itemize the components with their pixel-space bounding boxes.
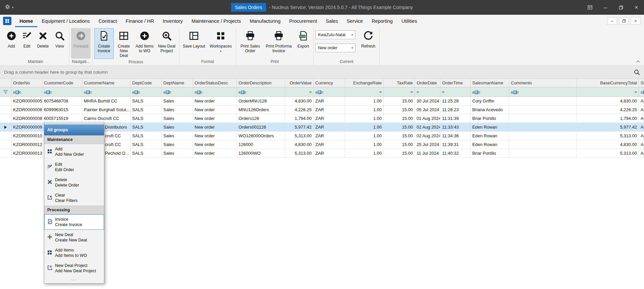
cell-Currency[interactable]: ZAR: [314, 132, 345, 140]
menu-item-add-items[interactable]: Add ItemsAdd Items to WO: [44, 245, 104, 261]
collapse-ribbon-icon[interactable]: [636, 58, 640, 64]
cell-Comments[interactable]: [509, 140, 577, 149]
filter-cell-SalesmanName[interactable]: aBc: [471, 87, 509, 96]
layout-grid-icon[interactable]: [582, 0, 598, 15]
refresh-button[interactable]: Refresh: [359, 28, 378, 59]
cell-BaseCurrencyTotal[interactable]: 5,313.00: [577, 132, 639, 140]
column-header-ExchangeRate[interactable]: ExchangeRate: [345, 79, 384, 87]
cell-OrderNo[interactable]: KZOR0000006: [11, 105, 42, 114]
cell-BaseCurrencyTotal[interactable]: 4,830.00: [577, 140, 639, 149]
cell-DeptCode[interactable]: SALS: [130, 123, 162, 131]
cell-OrderDate[interactable]: 02 Aug 2024: [415, 132, 440, 140]
tab-service[interactable]: Service: [342, 15, 367, 27]
cell-Currency[interactable]: ZAR: [314, 149, 345, 157]
cell-CustomerName[interactable]: Cairns Oscroft CC: [82, 114, 130, 123]
create-invoice-button[interactable]: Create Invoice: [94, 28, 114, 59]
cell-OrderDate[interactable]: 30 Jul 2024: [415, 97, 440, 105]
cell-OrderNo[interactable]: KZOR0000013: [11, 149, 42, 157]
delete-button[interactable]: Delete: [35, 28, 51, 59]
column-header-Currency[interactable]: Currency: [314, 79, 345, 87]
cell-OrderNo[interactable]: KZOR0000010: [11, 132, 42, 140]
cell-OrderDate[interactable]: 11 Jul 2024: [415, 149, 440, 157]
filter-cell-Comments[interactable]: aBc: [509, 87, 577, 96]
tab-equipment-locations[interactable]: Equipment / Locations: [37, 15, 94, 27]
cell-OrderDate[interactable]: 01 Aug 2024: [415, 114, 440, 123]
cell-OrderNo[interactable]: KZOR0000008: [11, 114, 42, 123]
column-header-BaseCurrencyTotal[interactable]: BaseCurrencyTotal: [577, 79, 639, 87]
tab-utilities[interactable]: Utilities: [397, 15, 422, 27]
cell-CustomerCode[interactable]: 6099963015: [42, 105, 82, 114]
cell-DeptName[interactable]: Sales: [162, 97, 193, 105]
cell-OrderTime[interactable]: 11:25:26: [440, 97, 471, 105]
cell-OrderValue[interactable]: 5,313.00: [285, 149, 314, 157]
menu-item-add[interactable]: AddAdd New Order: [44, 144, 104, 159]
cell-SalesmanName[interactable]: Eden Rowan: [471, 132, 509, 140]
cell-DeptCode[interactable]: SALS: [130, 97, 162, 105]
cell-CustomerCode[interactable]: 6005715519: [42, 114, 82, 123]
gear-icon[interactable]: [5, 4, 10, 11]
region-dropdown[interactable]: KwaZulu-Natal ▾: [315, 30, 356, 39]
cell-TaxRate[interactable]: 15.00: [384, 149, 415, 157]
cell-TaxRate[interactable]: 15.00: [384, 105, 415, 114]
cell-OrderDescription[interactable]: OrderMNU126: [237, 97, 285, 105]
tab-finance-hr[interactable]: Finance / HR: [121, 15, 159, 27]
filter-cell-OrderNo[interactable]: aBc: [11, 87, 42, 96]
cell-ExchangeRate[interactable]: 1.00: [345, 149, 384, 157]
cell-OrderStatusDesc[interactable]: New order: [193, 114, 237, 123]
filter-cell-DeptCode[interactable]: aBc: [130, 87, 162, 96]
app-icon[interactable]: [3, 17, 11, 25]
cell-Currency[interactable]: ZAR: [314, 105, 345, 114]
cell-BaseCurrencyTotal[interactable]: 4,830.00: [577, 97, 639, 105]
filter-funnel-icon[interactable]: [0, 87, 11, 96]
column-header-OrderTime[interactable]: OrderTime: [440, 79, 471, 87]
cell-OrderDate[interactable]: 25 Jul 2024: [415, 140, 440, 149]
cell-Comments[interactable]: [509, 97, 577, 105]
column-header-TaxRate[interactable]: TaxRate: [384, 79, 415, 87]
menu-item-new-deal[interactable]: New DealCreate New Deal: [44, 230, 104, 245]
cell-TaxRate[interactable]: 15.00: [384, 123, 415, 131]
cell-DeptName[interactable]: Sales: [162, 105, 193, 114]
cell-ExchangeRate[interactable]: 1.00: [345, 105, 384, 114]
cell-Sta[interactable]: A: [639, 105, 644, 114]
cell-OrderTime[interactable]: 11:34:36: [440, 132, 471, 140]
cell-Comments[interactable]: [509, 132, 577, 140]
filter-cell-OrderTime[interactable]: =: [440, 87, 471, 96]
cell-Sta[interactable]: A: [639, 140, 644, 149]
cell-OrderStatusDesc[interactable]: New order: [193, 97, 237, 105]
cell-ExchangeRate[interactable]: 1.00: [345, 97, 384, 105]
save-layout-button[interactable]: Save Layout: [181, 28, 207, 59]
cell-BaseCurrencyTotal[interactable]: 5,313.00: [577, 149, 639, 157]
cell-Sta[interactable]: A: [639, 132, 644, 140]
cell-SalesmanName[interactable]: Eden Rowan: [471, 140, 509, 149]
cell-OrderStatusDesc[interactable]: New order: [193, 140, 237, 149]
cell-Currency[interactable]: ZAR: [314, 123, 345, 131]
column-header-CustomerCode[interactable]: CustomerCode: [42, 79, 82, 87]
cell-OrderValue[interactable]: 1,794.00: [285, 114, 314, 123]
tab-reporting[interactable]: Reporting: [367, 15, 397, 27]
cell-OrderTime[interactable]: 11:40:32: [440, 149, 471, 157]
print-sales-order-button[interactable]: Print Sales Order: [238, 28, 263, 59]
cell-SalesmanName[interactable]: Eden Rowan: [471, 123, 509, 131]
menu-item-edit[interactable]: EditEdit Order: [44, 159, 104, 175]
filter-cell-OrderDescription[interactable]: aBc: [237, 87, 285, 96]
cell-DeptCode[interactable]: SALS: [130, 140, 162, 149]
filter-cell-CustomerCode[interactable]: aBc: [42, 87, 82, 96]
cell-OrderTime[interactable]: 11:28:23: [440, 105, 471, 114]
filter-cell-Sta[interactable]: aBc: [639, 87, 644, 96]
cell-OrderNo[interactable]: KZOR0000012: [11, 140, 42, 149]
cell-DeptCode[interactable]: SALS: [130, 149, 162, 157]
cell-DeptName[interactable]: Sales: [162, 132, 193, 140]
column-header-OrderDate[interactable]: OrderDate: [415, 79, 440, 87]
group-by-panel[interactable]: Drag a column header here to group by th…: [0, 66, 644, 79]
cell-ExchangeRate[interactable]: 1.00: [345, 123, 384, 131]
cell-ExchangeRate[interactable]: 1.00: [345, 132, 384, 140]
cell-Sta[interactable]: A: [639, 123, 644, 131]
context-menu-all-groups[interactable]: All groups: [44, 125, 104, 135]
cell-OrderDescription[interactable]: MNU126Orders: [237, 105, 285, 114]
cell-BaseCurrencyTotal[interactable]: 4,226.25: [577, 105, 639, 114]
column-header-SalesmanName[interactable]: SalesmanName: [471, 79, 509, 87]
cell-TaxRate[interactable]: 15.00: [384, 97, 415, 105]
menu-item-clear[interactable]: ClearClear Filters: [44, 190, 104, 206]
table-row[interactable]: KZOR00000056075468708MHRA Burhill CCSALS…: [0, 97, 644, 105]
cell-OrderValue[interactable]: 5,313.00: [285, 132, 314, 140]
